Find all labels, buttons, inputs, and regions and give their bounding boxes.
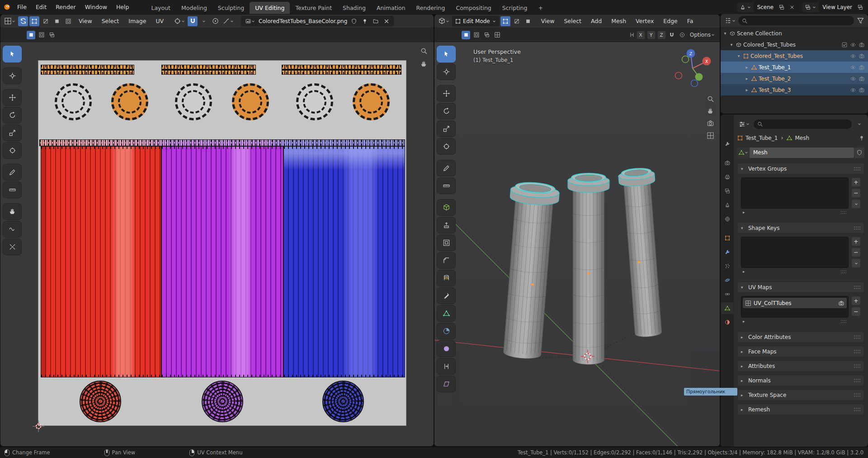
hide-eye-icon[interactable]	[850, 65, 856, 70]
test-tube-1-mesh[interactable]	[498, 181, 560, 360]
outliner-search-input[interactable]	[738, 16, 854, 25]
uv-tool-grab[interactable]	[3, 203, 22, 220]
drag-grip-icon[interactable]	[854, 378, 861, 383]
viewport-canvas[interactable]: User Perspective (1) Test_Tube_1 Z X	[434, 42, 720, 446]
disable-render-icon[interactable]	[859, 76, 864, 81]
viewport-ortho-toggle-icon[interactable]	[707, 132, 714, 139]
proportional-editing-toggle[interactable]	[678, 31, 687, 39]
uv-select-mode-edge[interactable]	[41, 16, 51, 26]
uv-island-circle-1[interactable]	[55, 83, 92, 120]
disable-render-icon[interactable]	[859, 65, 864, 70]
uv-menu-select[interactable]: Select	[98, 16, 123, 26]
tool-smooth[interactable]	[437, 340, 456, 357]
panel-attributes[interactable]: ▸Attributes	[737, 360, 864, 372]
remove-uv-map-button[interactable]: −	[851, 307, 861, 316]
drag-grip-icon[interactable]	[854, 335, 861, 339]
shape-keys-list[interactable]: ▸	[741, 237, 849, 268]
tool-measure[interactable]	[437, 177, 456, 194]
selectbox-mode-new[interactable]	[462, 31, 470, 39]
tool-inset-faces[interactable]	[437, 234, 456, 251]
snap-settings-button[interactable]	[199, 16, 209, 26]
mirror-y-toggle[interactable]: Y	[647, 31, 656, 39]
navigation-gizmo[interactable]: Z X	[672, 48, 713, 89]
menu-help[interactable]: Help	[112, 2, 133, 12]
menu-render[interactable]: Render	[52, 2, 80, 12]
tab-tool[interactable]	[721, 138, 733, 150]
image-name[interactable]: ColoredTestTubes_BaseColor.png	[259, 18, 347, 24]
outliner-row-test-tube-1[interactable]: ▸ Test_Tube_1	[721, 62, 868, 73]
uv-island-purple[interactable]	[161, 146, 283, 377]
uv-island-bottom-circle-blue[interactable]	[322, 381, 364, 422]
pan-hand-icon[interactable]	[420, 61, 427, 67]
tool-spin[interactable]	[437, 323, 456, 339]
uv-tool-transform[interactable]	[3, 142, 22, 159]
menu-window[interactable]: Window	[81, 2, 111, 12]
properties-editor-type-button[interactable]	[737, 119, 751, 129]
select-mode-vertex[interactable]	[500, 16, 510, 26]
drag-grip-icon[interactable]	[854, 393, 861, 397]
tab-sculpting[interactable]: Sculpting	[212, 2, 250, 14]
v3d-menu-view[interactable]: View	[537, 16, 559, 26]
mirror-z-toggle[interactable]: Z	[657, 31, 666, 39]
remove-shape-key-button[interactable]: −	[851, 248, 861, 257]
disable-render-icon[interactable]	[859, 53, 864, 59]
tool-scale[interactable]	[437, 120, 456, 137]
uv-tool-cursor[interactable]	[3, 67, 22, 84]
open-image-button[interactable]	[371, 17, 380, 25]
tool-cursor[interactable]	[437, 63, 456, 80]
list-resize-grip[interactable]	[840, 210, 847, 215]
hide-eye-icon[interactable]	[850, 76, 856, 81]
drag-grip-icon[interactable]	[854, 349, 861, 354]
panel-shape-keys[interactable]: ▾Shape Keys	[737, 222, 864, 234]
tool-knife[interactable]	[437, 287, 456, 304]
uv-island-strip-1[interactable]	[41, 65, 134, 75]
add-uv-map-button[interactable]: +	[851, 296, 861, 305]
hide-eye-icon[interactable]	[850, 53, 856, 59]
tool-annotate[interactable]	[437, 160, 456, 177]
snap-toggle[interactable]	[668, 31, 676, 39]
viewport-pan-icon[interactable]	[707, 108, 714, 114]
uv-tool-measure[interactable]	[3, 181, 22, 198]
outliner-row-collection[interactable]: ▾ Colored_Test_Tubes	[721, 39, 868, 50]
panel-face-maps[interactable]: ▸Face Maps	[737, 346, 864, 357]
uv-island-thin-strip[interactable]	[39, 139, 405, 146]
drag-grip-icon[interactable]	[854, 364, 861, 368]
tab-animation[interactable]: Animation	[371, 2, 411, 14]
menu-edit[interactable]: Edit	[32, 2, 51, 12]
selectbox-mode-new[interactable]	[27, 31, 35, 39]
uv-menu-image[interactable]: Image	[124, 16, 150, 26]
fake-user-toggle[interactable]	[854, 148, 864, 158]
outliner-filter-button[interactable]	[855, 16, 865, 26]
selectbox-mode-subtract[interactable]	[47, 31, 56, 39]
selectbox-mode-extend[interactable]	[37, 31, 46, 39]
vertex-groups-list[interactable]: ▸	[741, 177, 849, 209]
uv-island-circle-5[interactable]	[296, 83, 333, 120]
hide-eye-icon[interactable]	[850, 87, 856, 93]
tab-view-layer[interactable]	[721, 185, 733, 197]
disable-render-icon[interactable]	[859, 42, 864, 48]
panel-remesh[interactable]: ▸Remesh	[737, 404, 864, 415]
mirror-x-toggle[interactable]: X	[637, 31, 645, 39]
mesh-browse-button[interactable]	[737, 148, 750, 158]
uv-editor-type-button[interactable]	[3, 16, 17, 26]
v3d-menu-select[interactable]: Select	[560, 16, 585, 26]
uv-select-mode-island[interactable]	[63, 16, 73, 26]
uv-select-mode-face[interactable]	[52, 16, 62, 26]
tab-world[interactable]	[721, 213, 733, 225]
tab-constraints[interactable]	[721, 288, 733, 300]
properties-options-button[interactable]	[854, 119, 864, 129]
view-layer-browse-button[interactable]	[802, 2, 819, 12]
list-filter-toggle[interactable]: ▸	[743, 269, 745, 274]
test-tube-3-mesh[interactable]	[618, 167, 667, 338]
list-resize-grip[interactable]	[840, 270, 847, 274]
uv-texture-image[interactable]	[38, 60, 406, 426]
uv-island-strip-3[interactable]	[282, 65, 401, 75]
tab-render[interactable]	[721, 157, 733, 169]
outliner-row-test-tube-3[interactable]: ▸ Test_Tube_3	[721, 84, 868, 95]
tool-bevel[interactable]	[437, 252, 456, 269]
tab-shading[interactable]: Shading	[337, 2, 371, 14]
uv-select-mode-vertex[interactable]	[29, 16, 39, 26]
uv-tool-tweak[interactable]	[3, 46, 22, 62]
tab-material[interactable]	[721, 316, 733, 328]
list-filter-toggle[interactable]: ▸	[743, 210, 745, 215]
